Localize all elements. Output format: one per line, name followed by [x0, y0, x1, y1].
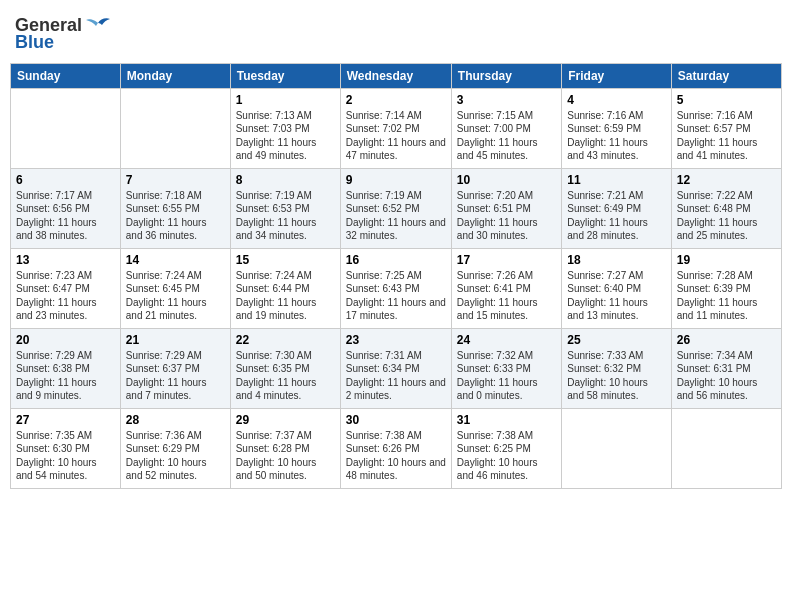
day-info: Sunrise: 7:38 AMSunset: 6:26 PMDaylight:…: [346, 429, 446, 483]
day-info: Sunrise: 7:24 AMSunset: 6:44 PMDaylight:…: [236, 269, 335, 323]
calendar-cell: 7Sunrise: 7:18 AMSunset: 6:55 PMDaylight…: [120, 168, 230, 248]
day-number: 3: [457, 93, 556, 107]
calendar-cell: 26Sunrise: 7:34 AMSunset: 6:31 PMDayligh…: [671, 328, 781, 408]
weekday-header-monday: Monday: [120, 63, 230, 88]
day-number: 21: [126, 333, 225, 347]
day-info: Sunrise: 7:38 AMSunset: 6:25 PMDaylight:…: [457, 429, 556, 483]
day-info: Sunrise: 7:14 AMSunset: 7:02 PMDaylight:…: [346, 109, 446, 163]
day-info: Sunrise: 7:34 AMSunset: 6:31 PMDaylight:…: [677, 349, 776, 403]
page-header: General Blue: [10, 10, 782, 53]
day-info: Sunrise: 7:21 AMSunset: 6:49 PMDaylight:…: [567, 189, 665, 243]
day-number: 2: [346, 93, 446, 107]
calendar-cell: 12Sunrise: 7:22 AMSunset: 6:48 PMDayligh…: [671, 168, 781, 248]
calendar-cell: [120, 88, 230, 168]
day-number: 27: [16, 413, 115, 427]
calendar-cell: 20Sunrise: 7:29 AMSunset: 6:38 PMDayligh…: [11, 328, 121, 408]
day-info: Sunrise: 7:26 AMSunset: 6:41 PMDaylight:…: [457, 269, 556, 323]
day-info: Sunrise: 7:32 AMSunset: 6:33 PMDaylight:…: [457, 349, 556, 403]
calendar-cell: 18Sunrise: 7:27 AMSunset: 6:40 PMDayligh…: [562, 248, 671, 328]
logo-text-blue: Blue: [15, 33, 54, 53]
day-number: 29: [236, 413, 335, 427]
day-info: Sunrise: 7:27 AMSunset: 6:40 PMDaylight:…: [567, 269, 665, 323]
calendar-cell: 24Sunrise: 7:32 AMSunset: 6:33 PMDayligh…: [451, 328, 561, 408]
calendar-cell: 30Sunrise: 7:38 AMSunset: 6:26 PMDayligh…: [340, 408, 451, 488]
day-info: Sunrise: 7:20 AMSunset: 6:51 PMDaylight:…: [457, 189, 556, 243]
day-number: 15: [236, 253, 335, 267]
day-info: Sunrise: 7:23 AMSunset: 6:47 PMDaylight:…: [16, 269, 115, 323]
day-info: Sunrise: 7:31 AMSunset: 6:34 PMDaylight:…: [346, 349, 446, 403]
calendar-cell: 28Sunrise: 7:36 AMSunset: 6:29 PMDayligh…: [120, 408, 230, 488]
day-number: 4: [567, 93, 665, 107]
week-row-3: 13Sunrise: 7:23 AMSunset: 6:47 PMDayligh…: [11, 248, 782, 328]
day-number: 20: [16, 333, 115, 347]
calendar-cell: [11, 88, 121, 168]
day-number: 30: [346, 413, 446, 427]
calendar-cell: 22Sunrise: 7:30 AMSunset: 6:35 PMDayligh…: [230, 328, 340, 408]
day-number: 28: [126, 413, 225, 427]
calendar-cell: 6Sunrise: 7:17 AMSunset: 6:56 PMDaylight…: [11, 168, 121, 248]
day-number: 19: [677, 253, 776, 267]
calendar-cell: 9Sunrise: 7:19 AMSunset: 6:52 PMDaylight…: [340, 168, 451, 248]
week-row-5: 27Sunrise: 7:35 AMSunset: 6:30 PMDayligh…: [11, 408, 782, 488]
logo-bird-icon: [84, 15, 112, 37]
calendar-cell: 2Sunrise: 7:14 AMSunset: 7:02 PMDaylight…: [340, 88, 451, 168]
calendar-cell: 31Sunrise: 7:38 AMSunset: 6:25 PMDayligh…: [451, 408, 561, 488]
day-number: 13: [16, 253, 115, 267]
calendar-table: SundayMondayTuesdayWednesdayThursdayFrid…: [10, 63, 782, 489]
calendar-cell: 16Sunrise: 7:25 AMSunset: 6:43 PMDayligh…: [340, 248, 451, 328]
day-number: 18: [567, 253, 665, 267]
weekday-header-wednesday: Wednesday: [340, 63, 451, 88]
day-number: 23: [346, 333, 446, 347]
day-info: Sunrise: 7:36 AMSunset: 6:29 PMDaylight:…: [126, 429, 225, 483]
day-number: 8: [236, 173, 335, 187]
week-row-4: 20Sunrise: 7:29 AMSunset: 6:38 PMDayligh…: [11, 328, 782, 408]
day-number: 14: [126, 253, 225, 267]
day-number: 7: [126, 173, 225, 187]
calendar-cell: 4Sunrise: 7:16 AMSunset: 6:59 PMDaylight…: [562, 88, 671, 168]
day-number: 10: [457, 173, 556, 187]
day-number: 11: [567, 173, 665, 187]
day-info: Sunrise: 7:37 AMSunset: 6:28 PMDaylight:…: [236, 429, 335, 483]
day-info: Sunrise: 7:33 AMSunset: 6:32 PMDaylight:…: [567, 349, 665, 403]
day-number: 6: [16, 173, 115, 187]
calendar-cell: 23Sunrise: 7:31 AMSunset: 6:34 PMDayligh…: [340, 328, 451, 408]
logo: General Blue: [15, 15, 112, 53]
day-info: Sunrise: 7:15 AMSunset: 7:00 PMDaylight:…: [457, 109, 556, 163]
calendar-cell: 21Sunrise: 7:29 AMSunset: 6:37 PMDayligh…: [120, 328, 230, 408]
weekday-header-thursday: Thursday: [451, 63, 561, 88]
day-number: 16: [346, 253, 446, 267]
calendar-cell: 17Sunrise: 7:26 AMSunset: 6:41 PMDayligh…: [451, 248, 561, 328]
day-info: Sunrise: 7:17 AMSunset: 6:56 PMDaylight:…: [16, 189, 115, 243]
day-number: 22: [236, 333, 335, 347]
calendar-cell: 14Sunrise: 7:24 AMSunset: 6:45 PMDayligh…: [120, 248, 230, 328]
calendar-cell: 13Sunrise: 7:23 AMSunset: 6:47 PMDayligh…: [11, 248, 121, 328]
day-info: Sunrise: 7:19 AMSunset: 6:53 PMDaylight:…: [236, 189, 335, 243]
day-info: Sunrise: 7:22 AMSunset: 6:48 PMDaylight:…: [677, 189, 776, 243]
weekday-header-saturday: Saturday: [671, 63, 781, 88]
calendar-cell: 27Sunrise: 7:35 AMSunset: 6:30 PMDayligh…: [11, 408, 121, 488]
day-info: Sunrise: 7:24 AMSunset: 6:45 PMDaylight:…: [126, 269, 225, 323]
weekday-header-row: SundayMondayTuesdayWednesdayThursdayFrid…: [11, 63, 782, 88]
day-info: Sunrise: 7:13 AMSunset: 7:03 PMDaylight:…: [236, 109, 335, 163]
day-info: Sunrise: 7:35 AMSunset: 6:30 PMDaylight:…: [16, 429, 115, 483]
calendar-cell: 19Sunrise: 7:28 AMSunset: 6:39 PMDayligh…: [671, 248, 781, 328]
week-row-2: 6Sunrise: 7:17 AMSunset: 6:56 PMDaylight…: [11, 168, 782, 248]
calendar-cell: [671, 408, 781, 488]
week-row-1: 1Sunrise: 7:13 AMSunset: 7:03 PMDaylight…: [11, 88, 782, 168]
day-number: 1: [236, 93, 335, 107]
calendar-cell: 5Sunrise: 7:16 AMSunset: 6:57 PMDaylight…: [671, 88, 781, 168]
day-info: Sunrise: 7:25 AMSunset: 6:43 PMDaylight:…: [346, 269, 446, 323]
calendar-cell: 15Sunrise: 7:24 AMSunset: 6:44 PMDayligh…: [230, 248, 340, 328]
calendar-cell: 25Sunrise: 7:33 AMSunset: 6:32 PMDayligh…: [562, 328, 671, 408]
calendar-cell: 8Sunrise: 7:19 AMSunset: 6:53 PMDaylight…: [230, 168, 340, 248]
calendar-cell: 29Sunrise: 7:37 AMSunset: 6:28 PMDayligh…: [230, 408, 340, 488]
calendar-cell: 11Sunrise: 7:21 AMSunset: 6:49 PMDayligh…: [562, 168, 671, 248]
day-info: Sunrise: 7:18 AMSunset: 6:55 PMDaylight:…: [126, 189, 225, 243]
weekday-header-sunday: Sunday: [11, 63, 121, 88]
day-number: 12: [677, 173, 776, 187]
day-info: Sunrise: 7:28 AMSunset: 6:39 PMDaylight:…: [677, 269, 776, 323]
calendar-cell: 10Sunrise: 7:20 AMSunset: 6:51 PMDayligh…: [451, 168, 561, 248]
day-info: Sunrise: 7:29 AMSunset: 6:37 PMDaylight:…: [126, 349, 225, 403]
calendar-cell: 1Sunrise: 7:13 AMSunset: 7:03 PMDaylight…: [230, 88, 340, 168]
day-number: 31: [457, 413, 556, 427]
